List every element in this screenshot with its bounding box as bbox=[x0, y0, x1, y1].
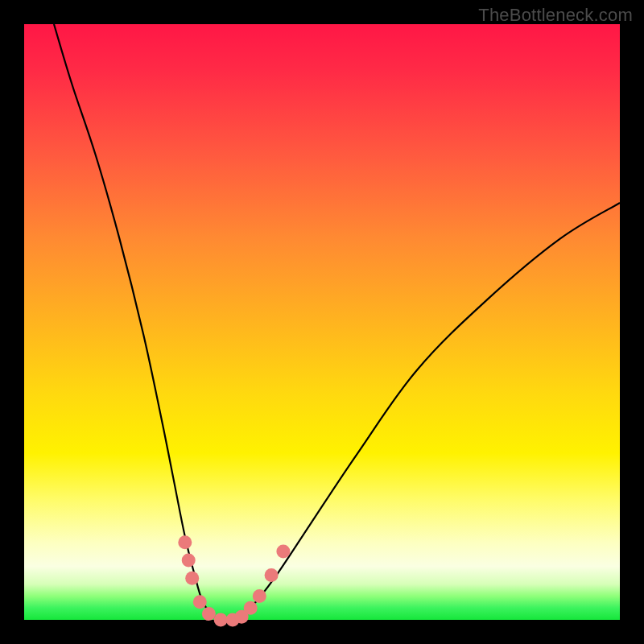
bottleneck-curve bbox=[54, 24, 620, 620]
marker-dot bbox=[185, 572, 199, 585]
marker-dot bbox=[202, 607, 216, 621]
marker-dot bbox=[178, 535, 192, 549]
marker-dot bbox=[244, 601, 258, 615]
marker-dot bbox=[265, 568, 279, 582]
marker-dot bbox=[253, 589, 266, 603]
watermark-text: TheBottleneck.com bbox=[478, 5, 633, 26]
plot-area bbox=[24, 24, 620, 620]
curve-svg bbox=[24, 24, 620, 620]
curve-markers bbox=[178, 535, 290, 626]
marker-dot bbox=[182, 554, 196, 568]
marker-dot bbox=[276, 544, 290, 558]
marker-dot bbox=[193, 595, 207, 609]
chart-frame: TheBottleneck.com bbox=[0, 0, 644, 644]
marker-dot bbox=[214, 613, 228, 627]
